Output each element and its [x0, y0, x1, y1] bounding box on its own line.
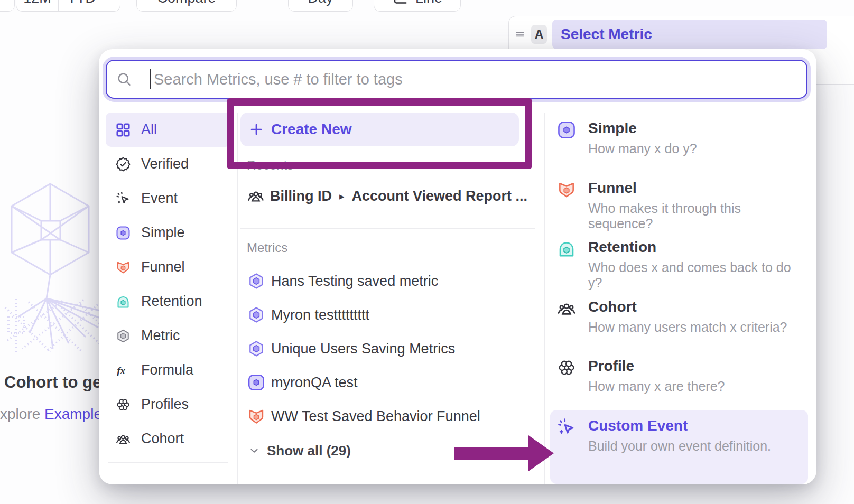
- sidebar-item[interactable]: Profiles: [106, 387, 231, 422]
- sidebar-item-label: Event: [141, 190, 178, 207]
- metric-type-row[interactable]: Custom Event Build your own event defini…: [550, 410, 808, 484]
- breadcrumb-arrow: ▸: [339, 190, 345, 202]
- metric-list-item-label: myronQA test: [271, 375, 358, 391]
- show-all-button[interactable]: Show all (29): [248, 439, 351, 462]
- sidebar-item-label: All: [141, 122, 157, 138]
- search-icon: [116, 71, 132, 87]
- saved-metric-icon: [247, 339, 266, 358]
- example-link-fragment[interactable]: Example: [44, 406, 102, 422]
- funnel-icon: [556, 180, 577, 200]
- chevron-down-icon: [100, 0, 112, 4]
- metric-icon: [115, 328, 131, 344]
- sidebar-item[interactable]: Event: [106, 181, 231, 216]
- compare-button[interactable]: Compare: [136, 0, 237, 12]
- sidebar-item[interactable]: All: [106, 113, 231, 147]
- saved-metric-icon: [247, 272, 266, 291]
- sidebar-divider: [108, 462, 228, 463]
- range-ytd-button[interactable]: YTD: [59, 0, 120, 11]
- recent-item[interactable]: Billing ID ▸ Account Viewed Report ...: [240, 182, 535, 210]
- metric-list-item-label: WW Test Saved Behavior Funnel: [271, 408, 480, 425]
- metric-type-title: Retention: [588, 239, 808, 256]
- sidebar-item-label: Simple: [141, 225, 185, 241]
- sidebar-item[interactable]: Metric: [106, 319, 231, 353]
- metric-list-item[interactable]: myronQA test: [240, 366, 535, 399]
- cohort-icon: [247, 187, 265, 205]
- section-divider: [240, 228, 535, 229]
- sidebar-item[interactable]: Funnel: [106, 250, 231, 284]
- sidebar-item-tags-partial[interactable]: T: [106, 478, 231, 484]
- range-12m-button[interactable]: 12M: [16, 0, 59, 11]
- metric-type-row[interactable]: Retention Who does x and comes back to d…: [550, 231, 808, 291]
- select-metric-label: Select Metric: [561, 26, 652, 43]
- category-sidebar: All Verified Event Simple Funnel Retenti…: [106, 113, 238, 484]
- funnel-icon: [247, 407, 266, 426]
- metric-list-item[interactable]: WW Test Saved Behavior Funnel: [240, 399, 535, 433]
- verified-icon: [115, 156, 131, 172]
- metric-type-description: How many x are there?: [588, 379, 725, 394]
- metric-type-description: How many users match x criteria?: [588, 320, 787, 335]
- metric-type-row[interactable]: Simple How many x do y?: [550, 113, 808, 172]
- drag-handle-icon[interactable]: [514, 29, 526, 40]
- metric-type-title: Custom Event: [588, 417, 771, 434]
- svg-text:fx: fx: [117, 365, 125, 376]
- annotation-arrow: [454, 432, 555, 474]
- metric-type-row[interactable]: Profile How many x are there?: [550, 350, 808, 410]
- profiles-icon: [115, 397, 131, 413]
- metric-list-item-label: Myron testtttttttt: [271, 307, 369, 323]
- sidebar-item-label: Retention: [141, 293, 202, 310]
- sidebar-item-label: Cohort: [141, 431, 184, 447]
- metric-type-description: Build your own event definition.: [588, 438, 771, 454]
- metric-type-row[interactable]: Funnel Who makes it through this sequenc…: [550, 172, 808, 232]
- sidebar-item-label: Metric: [141, 328, 180, 344]
- cohort-icon: [115, 431, 131, 447]
- saved-metric-icon: [247, 305, 266, 324]
- simple-icon: [115, 225, 131, 241]
- metric-type-title: Cohort: [588, 298, 787, 315]
- background-headline-fragment: Cohort to ge: [4, 373, 101, 392]
- metric-type-title: Simple: [588, 120, 697, 137]
- toolbar-button-fragment[interactable]: [0, 0, 15, 12]
- annotation-highlight-box: [227, 98, 532, 169]
- granularity-button[interactable]: Day: [288, 0, 353, 12]
- search-input[interactable]: [151, 71, 806, 88]
- recent-item-detail: Account Viewed Report ...: [352, 188, 528, 204]
- simple-icon: [556, 120, 577, 140]
- sidebar-item[interactable]: fx Formula: [106, 353, 231, 387]
- sidebar-item[interactable]: Simple: [106, 216, 231, 250]
- metric-list-item[interactable]: Myron testtttttttt: [240, 298, 535, 332]
- sidebar-item[interactable]: Retention: [106, 284, 231, 319]
- metric-type-row[interactable]: Cohort How many users match x criteria?: [550, 291, 808, 351]
- sidebar-item-label: Verified: [141, 156, 189, 172]
- search-field[interactable]: [106, 60, 807, 99]
- recent-item-name: Billing ID: [270, 188, 332, 204]
- sidebar-item[interactable]: Cohort: [106, 422, 231, 456]
- chart-type-button[interactable]: Line: [374, 0, 461, 12]
- metrics-header: Metrics: [247, 240, 287, 255]
- retention-icon: [115, 294, 131, 310]
- metric-types-column: Simple How many x do y? Funnel Who makes…: [544, 113, 816, 484]
- series-badge: A: [531, 25, 547, 44]
- event-icon: [115, 191, 131, 207]
- metric-type-title: Profile: [588, 358, 725, 375]
- range-12m-label: 12M: [23, 0, 51, 6]
- metric-list-item[interactable]: Hans Testing saved metric: [240, 264, 535, 298]
- metric-type-description: How many x do y?: [588, 141, 697, 156]
- grid-icon: [115, 122, 131, 138]
- wireframe-illustration: [0, 174, 100, 352]
- explore-text-fragment: xplore: [0, 406, 44, 422]
- metric-list-item-label: Unique Users Saving Metrics: [271, 341, 455, 357]
- sidebar-item[interactable]: Verified: [106, 147, 231, 181]
- date-range-group: 12M YTD: [16, 0, 120, 12]
- metric-type-title: Funnel: [588, 180, 808, 197]
- sidebar-item-label: Funnel: [141, 259, 185, 275]
- metrics-list: Hans Testing saved metric Myron testtttt…: [240, 264, 535, 433]
- metric-list-item[interactable]: Unique Users Saving Metrics: [240, 332, 535, 366]
- metric-type-description: Who makes it through this sequence?: [588, 201, 808, 231]
- profiles-icon: [556, 358, 577, 378]
- chevron-down-icon: [248, 445, 260, 456]
- range-ytd-label: YTD: [67, 0, 96, 6]
- metric-type-description: Who does x and comes back to do y?: [588, 260, 808, 291]
- metric-list-item-label: Hans Testing saved metric: [271, 273, 438, 290]
- cohort-icon: [556, 298, 577, 319]
- select-metric-button[interactable]: Select Metric: [552, 20, 827, 49]
